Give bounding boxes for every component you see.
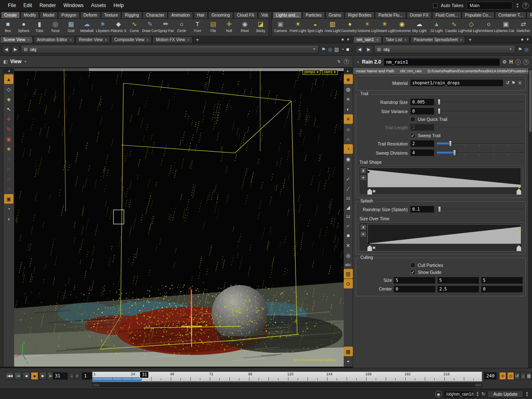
shelf-tool-portal-light[interactable]: ◇Portal Light (463, 19, 480, 36)
cull-center-y-field[interactable]: 2.5 (437, 286, 479, 293)
shelf-tool-font[interactable]: TFont (190, 19, 205, 36)
view-menu-label[interactable]: View (10, 59, 21, 64)
background-image-icon[interactable]: ▨ (344, 269, 353, 278)
pane-tab-take-list[interactable]: Take Listx (382, 36, 409, 43)
shelf-tool-tube[interactable]: ▮Tube (32, 19, 47, 36)
render-region-icon[interactable]: ◔ (4, 204, 13, 214)
character-display-icon[interactable]: ◔ (344, 144, 353, 154)
ramp-delete-button[interactable]: x (360, 167, 367, 174)
sweep-divisions-field[interactable]: 4 (410, 149, 434, 156)
view-quad-icon[interactable]: ◇ (4, 84, 13, 94)
menu-help[interactable]: Help (110, 2, 128, 8)
param-forward-button[interactable]: ▶ (365, 46, 372, 53)
pane-tab-composite-view[interactable]: Composite Viewx (111, 36, 152, 43)
size-over-time-ramp[interactable]: x + ▶ ▣ (359, 222, 523, 251)
ramp-add-button[interactable]: + (360, 231, 367, 237)
shelf-tab-particles[interactable]: Particles (302, 12, 325, 18)
persp-camera-label[interactable]: persp1 ▼ (303, 69, 320, 75)
shelf-tab-lights-and[interactable]: Lights and... (273, 12, 302, 18)
shadows-icon[interactable]: ∩ (344, 134, 353, 144)
close-tab-icon[interactable]: x (70, 38, 71, 42)
view-grid-icon[interactable]: ▦ (344, 347, 353, 356)
pane-maximize-icon[interactable]: ■ (342, 37, 344, 42)
current-frame-field[interactable]: 31 (52, 372, 68, 380)
size-over-time-plot[interactable] (367, 224, 521, 244)
shelf-tab-hair[interactable]: Hair (194, 12, 208, 18)
size-variance-slider[interactable] (437, 108, 523, 115)
shelf-tool-geometry-l[interactable]: ♦Geometry L... (341, 19, 359, 36)
back-button[interactable]: ◀ (2, 46, 10, 53)
shelf-tool-platonic-sol[interactable]: ◆Platonic Sol... (111, 19, 126, 36)
shelf-tab-fluid-cont[interactable]: Fluid Cont... (432, 12, 461, 18)
shelf-tab-texture[interactable]: Texture (101, 12, 121, 18)
view-menu-icon[interactable]: ◧ (3, 59, 7, 64)
cull-particles-checkbox[interactable] (410, 263, 415, 268)
close-tab-icon[interactable]: x (187, 38, 189, 42)
cull-size-x-field[interactable]: 5 (394, 277, 436, 284)
gear-icon[interactable]: ⚙ (502, 59, 507, 65)
shelf-tool-file[interactable]: ▤File (205, 19, 221, 36)
playbar-options-button[interactable]: ▥ (526, 372, 532, 380)
shelf-tool-point-light[interactable]: ☀Point Light (289, 19, 307, 36)
shaded-mode-icon[interactable]: ▧ (334, 47, 339, 52)
menu-assets[interactable]: Assets (87, 2, 110, 8)
ramp-handle-right[interactable] (517, 189, 521, 195)
toolbar-collapse-button[interactable]: ▶ (344, 69, 352, 73)
scroll-grip-left[interactable]: ⋯ (93, 384, 99, 387)
param-help-button[interactable]: ? (523, 59, 529, 65)
shelf-tab-cloud-fx[interactable]: Cloud FX (234, 12, 258, 18)
cull-center-x-field[interactable]: 0 (394, 286, 436, 293)
shelf-tab-populate-co[interactable]: Populate Co... (462, 12, 495, 18)
material-menu-button[interactable]: ▼ (517, 80, 523, 86)
shelf-tool-ambient-lig[interactable]: ○Ambient Lig... (480, 19, 498, 36)
node-name-field[interactable]: nm_rain1 (384, 58, 500, 66)
forward-button[interactable]: ▶ (12, 46, 19, 53)
pane-tab-scene-view[interactable]: Scene Viewx (0, 36, 33, 43)
character-pick-icon[interactable]: ◔ (341, 47, 344, 52)
play-reverse-button[interactable]: ◀ (22, 372, 30, 380)
scroll-grip-right[interactable]: ⋯ (475, 384, 482, 387)
ramp-point-start[interactable] (367, 171, 369, 173)
recook-icon[interactable]: ↻ (481, 391, 485, 397)
shelf-tab-animation[interactable]: Animation (168, 12, 193, 18)
view-snapshot-icon[interactable]: ◈ (4, 94, 13, 104)
shelf-tab-modify[interactable]: Modify (20, 12, 39, 18)
cull-size-z-field[interactable]: 5 (481, 277, 523, 284)
material-reset-icon[interactable]: ↺ (506, 80, 510, 86)
range-start-field[interactable]: 1 (81, 372, 92, 380)
shelf-tool-torus[interactable]: ◎Torus (47, 19, 63, 36)
flipbook-icon[interactable]: ◖ (4, 214, 13, 224)
pane-tab-animation-editor[interactable]: Animation Editorx (34, 36, 75, 43)
new-pane-tab-button[interactable]: + (193, 37, 202, 43)
shelf-tool-sticky[interactable]: ◪Sticky (253, 19, 268, 36)
shelf-tab-ocean-fx[interactable]: Ocean FX (406, 12, 432, 18)
pane-maximize-icon[interactable]: ■ (521, 37, 523, 42)
shelf-tool-switcher[interactable]: ⇄Switcher (515, 19, 532, 36)
group-select-icon[interactable]: ■ (344, 231, 353, 240)
material-jump-icon[interactable]: ⚑ (511, 80, 515, 86)
cull-size-y-field[interactable]: 5 (437, 277, 479, 284)
shelf-tool-gi-light[interactable]: ▲GI Light (428, 19, 446, 36)
shelf-tool-environmen[interactable]: ◉Environmen... (393, 19, 411, 36)
shelf-tool-grid[interactable]: ▦Grid (63, 19, 79, 36)
shade-mode-icon[interactable]: ◐ (344, 104, 353, 114)
lock-camera-icon[interactable]: ◍ (344, 84, 353, 94)
ramp-fit-icon[interactable]: ▣ (372, 246, 376, 249)
close-tab-icon[interactable]: x (460, 38, 462, 42)
ramp-point-selected[interactable] (519, 228, 521, 230)
view-help-button[interactable]: ? (344, 59, 349, 64)
current-frame-marker[interactable]: 31 (140, 371, 149, 378)
shelf-tool-spot-light[interactable]: ◒Spot Light (306, 19, 324, 36)
update-mode-selector[interactable]: Auto Update (488, 391, 523, 398)
snapshot-icon[interactable]: ■ (346, 47, 349, 52)
help-button[interactable]: ? (522, 2, 529, 9)
menu-edit[interactable]: Edit (20, 2, 36, 8)
raindrop-size-slider[interactable] (437, 99, 523, 106)
cull-center-z-field[interactable]: 0 (481, 286, 523, 293)
timeline-scrollbar[interactable]: ⋯ ⋯ (92, 383, 482, 387)
highquality-light-icon[interactable]: ☼ (344, 124, 353, 134)
close-tab-icon[interactable]: x (147, 38, 148, 42)
shelf-tab-volume[interactable]: Volume (258, 12, 268, 18)
snap-multi-icon[interactable]: ∩ (4, 184, 13, 194)
shelf-tab-rigid-bodies[interactable]: Rigid Bodies (345, 12, 374, 18)
